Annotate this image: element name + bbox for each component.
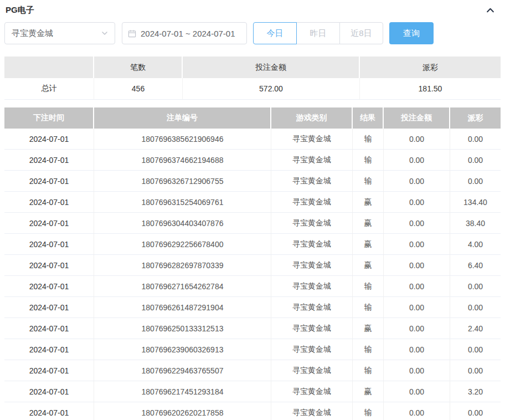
cell-bet-id: 1807696217451293184 <box>94 381 271 402</box>
cell-game-type: 寻宝黄金城 <box>271 276 353 297</box>
cell-result: 赢 <box>353 234 384 255</box>
cell-bet-id: 1807696250133312513 <box>94 318 271 339</box>
cell-payout: 0.00 <box>450 150 501 171</box>
cell-payout: 6.40 <box>450 255 501 276</box>
today-button[interactable]: 今日 <box>253 22 297 44</box>
cell-payout: 134.40 <box>450 192 501 213</box>
game-select[interactable]: 寻宝黄金城 <box>4 22 115 44</box>
collapse-button[interactable] <box>482 4 498 16</box>
table-row: 2024-07-011807696217451293184寻宝黄金城赢0.003… <box>4 381 501 402</box>
records-header-payout: 派彩 <box>450 107 501 129</box>
cell-bet-id: 1807696282697870339 <box>94 255 271 276</box>
cell-game-type: 寻宝黄金城 <box>271 360 353 381</box>
page-title: PG电子 <box>6 5 34 16</box>
cell-payout: 2.40 <box>450 318 501 339</box>
cell-payout: 4.00 <box>450 234 501 255</box>
cell-result: 赢 <box>353 255 384 276</box>
cell-bet-time: 2024-07-01 <box>4 276 94 297</box>
cell-bet-id: 1807696315254069761 <box>94 192 271 213</box>
cell-bet-amount: 0.00 <box>384 339 450 360</box>
cell-result: 赢 <box>353 318 384 339</box>
cell-game-type: 寻宝黄金城 <box>271 150 353 171</box>
summary-header-count: 笔数 <box>94 57 183 78</box>
query-button[interactable]: 查询 <box>389 22 434 44</box>
cell-game-type: 寻宝黄金城 <box>271 192 353 213</box>
cell-result: 赢 <box>353 213 384 234</box>
cell-bet-id: 1807696374662194688 <box>94 150 271 171</box>
cell-game-type: 寻宝黄金城 <box>271 339 353 360</box>
cell-game-type: 寻宝黄金城 <box>271 129 353 150</box>
cell-result: 赢 <box>353 381 384 402</box>
cell-bet-id: 1807696229463765507 <box>94 360 271 381</box>
cell-bet-id: 1807696202620217858 <box>94 402 271 420</box>
cell-game-type: 寻宝黄金城 <box>271 171 353 192</box>
date-range-input[interactable]: 2024-07-01 ~ 2024-07-01 <box>122 22 247 44</box>
cell-result: 输 <box>353 360 384 381</box>
cell-bet-id: 1807696304403407876 <box>94 213 271 234</box>
cell-bet-amount: 0.00 <box>384 318 450 339</box>
cell-bet-time: 2024-07-01 <box>4 171 94 192</box>
cell-game-type: 寻宝黄金城 <box>271 318 353 339</box>
summary-header-empty <box>4 57 94 78</box>
cell-bet-amount: 0.00 <box>384 150 450 171</box>
cell-bet-id: 1807696261487291904 <box>94 297 271 318</box>
summary-total-bet-amount: 572.00 <box>183 78 360 100</box>
cell-bet-id: 1807696292256678400 <box>94 234 271 255</box>
yesterday-button[interactable]: 昨日 <box>296 22 340 44</box>
cell-bet-amount: 0.00 <box>384 192 450 213</box>
cell-game-type: 寻宝黄金城 <box>271 213 353 234</box>
records-header-bet-id: 注单编号 <box>94 107 271 129</box>
records-header-bet-time: 下注时间 <box>4 107 94 129</box>
cell-game-type: 寻宝黄金城 <box>271 255 353 276</box>
cell-result: 输 <box>353 129 384 150</box>
cell-payout: 0.00 <box>450 129 501 150</box>
records-header-row: 下注时间 注单编号 游戏类别 结果 投注金额 派彩 <box>4 107 501 129</box>
table-row: 2024-07-011807696261487291904寻宝黄金城输0.000… <box>4 297 501 318</box>
cell-game-type: 寻宝黄金城 <box>271 402 353 420</box>
cell-bet-id: 1807696271654262784 <box>94 276 271 297</box>
cell-bet-time: 2024-07-01 <box>4 318 94 339</box>
cell-bet-time: 2024-07-01 <box>4 339 94 360</box>
calendar-icon <box>128 29 136 38</box>
table-row: 2024-07-011807696292256678400寻宝黄金城赢0.004… <box>4 234 501 255</box>
chevron-up-icon <box>486 6 495 15</box>
cell-bet-amount: 0.00 <box>384 234 450 255</box>
table-row: 2024-07-011807696282697870339寻宝黄金城赢0.006… <box>4 255 501 276</box>
last-8-days-button[interactable]: 近8日 <box>339 22 383 44</box>
pg-electronic-panel: PG电子 寻宝黄金城 2024-07-01 ~ 2024-07-0 <box>0 0 505 420</box>
cell-bet-amount: 0.00 <box>384 297 450 318</box>
cell-bet-time: 2024-07-01 <box>4 255 94 276</box>
records-header-bet-amount: 投注金额 <box>384 107 450 129</box>
summary-header-payout: 派彩 <box>360 57 501 78</box>
cell-payout: 0.00 <box>450 171 501 192</box>
cell-bet-id: 1807696385621906946 <box>94 129 271 150</box>
cell-payout: 0.00 <box>450 339 501 360</box>
game-select-value: 寻宝黄金城 <box>12 28 53 39</box>
cell-payout: 0.00 <box>450 360 501 381</box>
cell-bet-time: 2024-07-01 <box>4 213 94 234</box>
chevron-down-icon <box>101 30 108 37</box>
filter-bar: 寻宝黄金城 2024-07-01 ~ 2024-07-01 今日 昨日 近8日 … <box>4 22 501 44</box>
cell-result: 赢 <box>353 192 384 213</box>
cell-result: 输 <box>353 339 384 360</box>
cell-game-type: 寻宝黄金城 <box>271 381 353 402</box>
cell-result: 输 <box>353 297 384 318</box>
table-row: 2024-07-011807696229463765507寻宝黄金城输0.000… <box>4 360 501 381</box>
cell-result: 输 <box>353 402 384 420</box>
cell-bet-amount: 0.00 <box>384 255 450 276</box>
cell-bet-time: 2024-07-01 <box>4 192 94 213</box>
table-row: 2024-07-011807696239060326913寻宝黄金城输0.000… <box>4 339 501 360</box>
cell-bet-amount: 0.00 <box>384 381 450 402</box>
summary-header-row: 笔数 投注金额 派彩 <box>4 57 501 78</box>
cell-game-type: 寻宝黄金城 <box>271 234 353 255</box>
table-row: 2024-07-011807696304403407876寻宝黄金城赢0.003… <box>4 213 501 234</box>
cell-bet-time: 2024-07-01 <box>4 129 94 150</box>
cell-bet-time: 2024-07-01 <box>4 402 94 420</box>
cell-payout: 38.40 <box>450 213 501 234</box>
cell-bet-time: 2024-07-01 <box>4 360 94 381</box>
table-row: 2024-07-011807696250133312513寻宝黄金城赢0.002… <box>4 318 501 339</box>
cell-bet-amount: 0.00 <box>384 171 450 192</box>
table-row: 2024-07-011807696271654262784寻宝黄金城输0.000… <box>4 276 501 297</box>
table-row: 2024-07-011807696315254069761寻宝黄金城赢0.001… <box>4 192 501 213</box>
table-row: 2024-07-011807696326712906755寻宝黄金城输0.000… <box>4 171 501 192</box>
